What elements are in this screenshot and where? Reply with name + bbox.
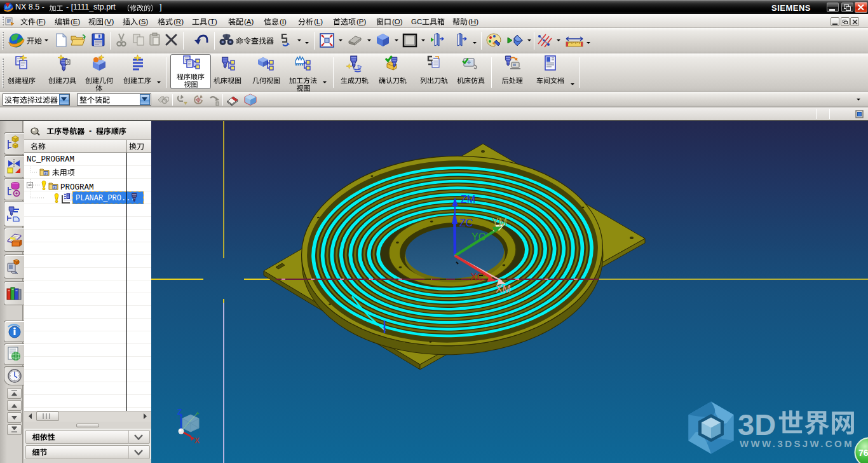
svg-text:WWW.3DSJW.COM: WWW.3DSJW.COM xyxy=(740,438,854,449)
svg-text:YM: YM xyxy=(492,217,507,228)
svg-text:ZM: ZM xyxy=(461,194,475,205)
svg-text:76: 76 xyxy=(858,448,868,458)
svg-text:ZC: ZC xyxy=(459,218,473,228)
svg-text:Z: Z xyxy=(177,408,182,417)
svg-text:XC: XC xyxy=(470,272,484,282)
svg-text:3D: 3D xyxy=(738,408,776,441)
svg-text:XM: XM xyxy=(496,284,511,294)
svg-text:YC: YC xyxy=(471,232,485,242)
svg-text:X: X xyxy=(194,436,200,445)
